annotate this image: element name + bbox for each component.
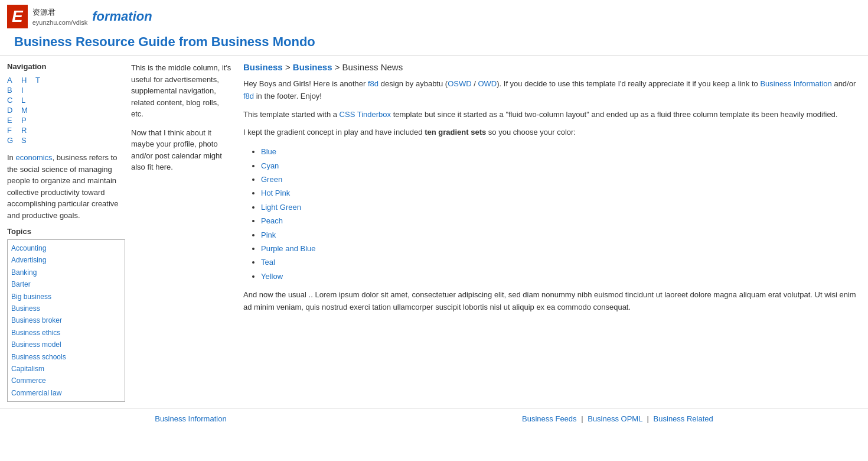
breadcrumb-link-business2[interactable]: Business xyxy=(293,62,332,72)
para1-link-f8d-2[interactable]: f8d xyxy=(243,92,254,100)
topic-business-schools[interactable]: Business schools xyxy=(11,351,121,363)
middle-para-1: This is the middle column, it's useful f… xyxy=(131,62,231,120)
topic-accounting[interactable]: Accounting xyxy=(11,242,121,254)
nav-letter-f[interactable]: F xyxy=(7,126,19,135)
nav-letter-s[interactable]: S xyxy=(21,136,33,145)
list-item: Cyan xyxy=(261,159,861,173)
nav-letter-b[interactable]: B xyxy=(7,86,19,95)
list-item: Teal xyxy=(261,255,861,269)
nav-link-m[interactable]: M xyxy=(21,106,28,115)
footer-link-business-info[interactable]: Business Information xyxy=(155,414,226,423)
breadcrumb-sep2: > Business News xyxy=(335,62,403,72)
color-link-blue[interactable]: Blue xyxy=(261,147,276,156)
middle-column: This is the middle column, it's useful f… xyxy=(125,62,237,402)
nav-letter-m[interactable]: M xyxy=(21,106,33,115)
nav-desc-economics-link[interactable]: economics xyxy=(15,153,52,162)
nav-link-b[interactable]: B xyxy=(7,86,12,95)
breadcrumb: Business > Business > Business News xyxy=(243,62,861,72)
topic-business-broker[interactable]: Business broker xyxy=(11,314,121,326)
topic-business[interactable]: Business xyxy=(11,303,121,314)
breadcrumb-sep1: > xyxy=(285,62,293,72)
list-item: Yellow xyxy=(261,270,861,283)
para1-link-f8d-1[interactable]: f8d xyxy=(368,79,378,88)
color-link-peach[interactable]: Peach xyxy=(261,216,283,225)
nav-letter-e[interactable]: E xyxy=(7,116,19,125)
para3-prefix: I kept the gradient concept in play and … xyxy=(243,128,425,137)
nav-link-d[interactable]: D xyxy=(7,106,12,115)
content-para-3: I kept the gradient concept in play and … xyxy=(243,126,861,139)
footer-link-opml[interactable]: Business OPML xyxy=(588,414,642,423)
content-para-1: Hey Boys and Girls! Here is another f8d … xyxy=(243,78,861,103)
nav-link-l[interactable]: L xyxy=(21,96,25,105)
nav-link-p[interactable]: P xyxy=(21,116,27,125)
topic-business-model[interactable]: Business model xyxy=(11,339,121,350)
para1-end2: and/or xyxy=(832,79,856,88)
para1-link-owd[interactable]: OWD xyxy=(478,79,497,88)
logo-chinese: 资源君 xyxy=(32,8,56,17)
color-link-green[interactable]: Green xyxy=(261,175,282,184)
topic-commercial-law[interactable]: Commercial law xyxy=(11,387,121,399)
para1-link-business-info[interactable]: Business Information xyxy=(760,79,831,88)
topic-capitalism[interactable]: Capitalism xyxy=(11,363,121,375)
middle-para-2: Now that I think about it maybe your pro… xyxy=(131,127,231,173)
color-link-teal[interactable]: Teal xyxy=(261,258,275,267)
topic-barter[interactable]: Barter xyxy=(11,278,121,290)
content-para-2: This template started with a CSS Tinderb… xyxy=(243,109,861,121)
nav-link-e[interactable]: E xyxy=(7,116,12,125)
main-layout: Navigation A H T B I C L D M E P F R xyxy=(0,56,868,408)
color-link-cyan[interactable]: Cyan xyxy=(261,161,279,170)
page-title: Business Resource Guide from Business Mo… xyxy=(7,28,861,53)
nav-letter-d[interactable]: D xyxy=(7,106,19,115)
logo-formation: formation xyxy=(92,9,152,24)
nav-link-g[interactable]: G xyxy=(7,136,13,145)
nav-letter-h[interactable]: H xyxy=(21,76,33,85)
list-item: Blue xyxy=(261,145,861,158)
nav-link-s[interactable]: S xyxy=(21,136,27,145)
footer-sep-1: | xyxy=(581,414,583,423)
nav-link-r[interactable]: R xyxy=(21,126,27,135)
topics-box: Accounting Advertising Banking Barter Bi… xyxy=(7,239,125,402)
nav-letter-i[interactable]: I xyxy=(21,86,33,95)
topic-advertising[interactable]: Advertising xyxy=(11,254,121,266)
para2-link-css-tinderbox[interactable]: CSS Tinderbox xyxy=(340,110,391,119)
logo-text-group: 资源君 eyunzhu.com/vdisk xyxy=(32,7,88,27)
breadcrumb-link-business1[interactable]: Business xyxy=(243,62,283,72)
nav-letter-l[interactable]: L xyxy=(21,96,33,105)
nav-label: Navigation xyxy=(7,62,125,71)
nav-letter-c[interactable]: C xyxy=(7,96,19,105)
nav-letter-a[interactable]: A xyxy=(7,76,19,85)
para1-prefix: Hey Boys and Girls! Here is another xyxy=(243,79,368,88)
nav-link-t[interactable]: T xyxy=(35,76,40,85)
nav-link-a[interactable]: A xyxy=(7,76,12,85)
list-item: Light Green xyxy=(261,200,861,214)
topic-banking[interactable]: Banking xyxy=(11,267,121,278)
nav-link-c[interactable]: C xyxy=(7,96,12,105)
footer-link-related[interactable]: Business Related xyxy=(654,414,713,423)
footer: Business Information Business Feeds | Bu… xyxy=(0,408,868,429)
header: E 资源君 eyunzhu.com/vdisk formation Busine… xyxy=(0,0,868,56)
nav-letter-p[interactable]: P xyxy=(21,116,33,125)
color-link-light-green[interactable]: Light Green xyxy=(261,203,301,212)
nav-letter-g[interactable]: G xyxy=(7,136,19,145)
color-link-pink[interactable]: Pink xyxy=(261,230,276,239)
topic-business-ethics[interactable]: Business ethics xyxy=(11,327,121,339)
nav-letter-r[interactable]: R xyxy=(21,126,33,135)
nav-link-h[interactable]: H xyxy=(21,76,27,85)
topic-big-business[interactable]: Big business xyxy=(11,291,121,303)
nav-link-f[interactable]: F xyxy=(7,126,12,135)
nav-letter-t[interactable]: T xyxy=(35,76,47,85)
nav-link-i[interactable]: I xyxy=(21,86,24,95)
logo-area: E 资源君 eyunzhu.com/vdisk formation xyxy=(7,5,861,28)
para1-sep: / xyxy=(472,79,478,88)
footer-link-feeds[interactable]: Business Feeds xyxy=(522,414,577,423)
color-link-hot-pink[interactable]: Hot Pink xyxy=(261,189,290,197)
color-link-yellow[interactable]: Yellow xyxy=(261,272,283,281)
color-link-purple-blue[interactable]: Purple and Blue xyxy=(261,244,316,253)
para1-link-oswd[interactable]: OSWD xyxy=(448,79,471,88)
nav-desc-prefix: In xyxy=(7,153,15,162)
list-item: Hot Pink xyxy=(261,186,861,200)
logo-site: eyunzhu.com/vdisk xyxy=(32,19,88,26)
left-column: Navigation A H T B I C L D M E P F R xyxy=(7,62,125,402)
content-lorem: And now the usual .. Lorem ipsum dolor s… xyxy=(243,289,861,314)
topic-commerce[interactable]: Commerce xyxy=(11,375,121,387)
